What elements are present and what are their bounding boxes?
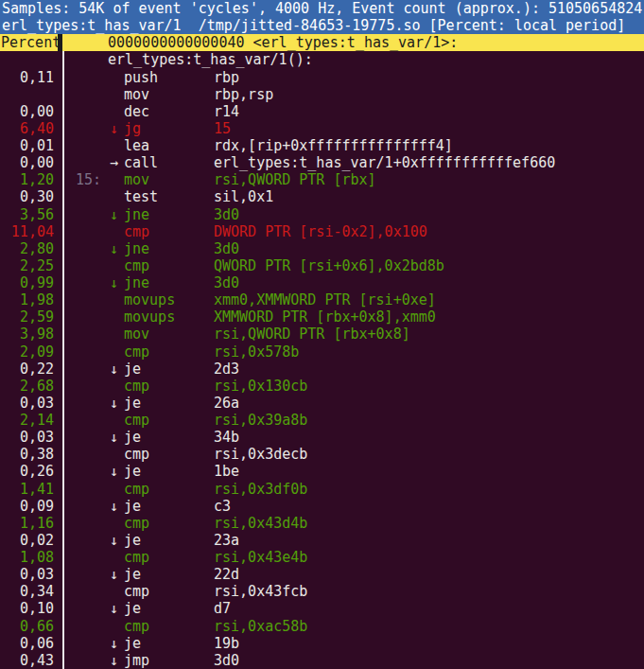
instruction-mnemonic: cmp bbox=[124, 223, 149, 240]
percent-value: 0,03 bbox=[0, 429, 54, 446]
instruction-mnemonic: je bbox=[124, 429, 141, 446]
asm-row[interactable]: 0,43 ↓ jmp 3d0 bbox=[0, 652, 644, 669]
percent-value: 11,04 bbox=[0, 223, 54, 240]
instruction-mnemonic: jg bbox=[124, 120, 141, 137]
asm-row[interactable]: 2,80 ↓ jne 3d0 bbox=[0, 240, 644, 257]
branch-arrow-icon: → bbox=[110, 154, 118, 171]
instruction-operands: sil,0x1 bbox=[214, 188, 273, 205]
asm-row[interactable]: 2,25 cmp QWORD PTR [rsi+0x6],0x2bd8b bbox=[0, 257, 644, 274]
instruction-mnemonic: je bbox=[124, 600, 141, 617]
selected-row[interactable]: Percent 0000000000000040 <erl_types:t_ha… bbox=[0, 34, 644, 51]
asm-row[interactable]: 0,00 → call erl_types:t_has_var/1+0xffff… bbox=[0, 154, 644, 171]
column-separator bbox=[62, 343, 64, 361]
asm-row[interactable]: 0,03 ↓ je 26a bbox=[0, 395, 644, 412]
asm-row[interactable]: 0,00 dec r14 bbox=[0, 103, 644, 120]
asm-row[interactable]: erl_types:t_has_var/1(): bbox=[0, 51, 644, 68]
column-separator bbox=[62, 326, 64, 343]
branch-arrow-icon: ↓ bbox=[110, 652, 118, 669]
instruction-operands: xmm0,XMMWORD PTR [rsi+0xe] bbox=[214, 291, 436, 308]
column-separator bbox=[62, 291, 64, 308]
asm-row[interactable]: 1,98 movups xmm0,XMMWORD PTR [rsi+0xe] bbox=[0, 291, 644, 308]
instruction-mnemonic: lea bbox=[124, 137, 149, 154]
column-separator bbox=[62, 446, 64, 463]
column-separator bbox=[62, 274, 64, 291]
column-separator bbox=[62, 257, 64, 274]
percent-value: 0,00 bbox=[0, 154, 54, 171]
column-separator bbox=[62, 308, 64, 326]
asm-row[interactable]: 1,41 cmp rsi,0x3df0b bbox=[0, 481, 644, 498]
instruction-operands: 15 bbox=[214, 120, 231, 137]
branch-arrow-icon: ↓ bbox=[110, 274, 118, 291]
asm-row[interactable]: 0,03 ↓ je 22d bbox=[0, 566, 644, 583]
function-address-line: 0000000000000040 <erl_types:t_has_var/1>… bbox=[108, 34, 458, 51]
instruction-operands: rbp bbox=[214, 69, 239, 86]
percent-value: 2,14 bbox=[0, 412, 54, 429]
percent-value: 0,03 bbox=[0, 566, 54, 583]
asm-row[interactable]: 0,11 push rbp bbox=[0, 69, 644, 86]
column-separator bbox=[62, 515, 64, 532]
percent-value: 1,08 bbox=[0, 549, 54, 566]
percent-value: 0,11 bbox=[0, 69, 54, 86]
asm-row[interactable]: 2,09 cmp rsi,0x578b bbox=[0, 343, 644, 361]
asm-row[interactable]: 11,04 cmp DWORD PTR [rsi-0x2],0x100 bbox=[0, 223, 644, 240]
instruction-operands: 3d0 bbox=[214, 652, 239, 669]
instruction-mnemonic: cmp bbox=[124, 618, 149, 635]
column-separator bbox=[62, 223, 64, 240]
instruction-mnemonic: push bbox=[124, 69, 158, 86]
asm-row[interactable]: 0,99 ↓ jne 3d0 bbox=[0, 274, 644, 291]
asm-row[interactable]: 2,68 cmp rsi,0x130cb bbox=[0, 378, 644, 395]
asm-row[interactable]: 0,34 cmp rsi,0x43fcb bbox=[0, 583, 644, 600]
instruction-operands: DWORD PTR [rsi-0x2],0x100 bbox=[214, 223, 427, 240]
instruction-operands: rsi,0x43fcb bbox=[214, 583, 307, 600]
asm-row[interactable]: 0,03 ↓ je 34b bbox=[0, 429, 644, 446]
percent-value: 0,10 bbox=[0, 600, 54, 617]
instruction-mnemonic: je bbox=[124, 395, 141, 412]
asm-row[interactable]: 0,22 ↓ je 2d3 bbox=[0, 361, 644, 378]
percent-value: 0,00 bbox=[0, 103, 54, 120]
column-separator bbox=[62, 429, 64, 446]
asm-row[interactable]: 0,66 cmp rsi,0xac58b bbox=[0, 618, 644, 635]
instruction-mnemonic: cmp bbox=[124, 257, 149, 274]
asm-row[interactable]: 0,06 ↓ je 19b bbox=[0, 635, 644, 652]
asm-row[interactable]: 3,98 mov rsi,QWORD PTR [rbx+0x8] bbox=[0, 326, 644, 343]
instruction-operands: rsi,0x43e4b bbox=[214, 549, 307, 566]
asm-row[interactable]: mov rbp,rsp bbox=[0, 86, 644, 103]
instruction-operands: 1be bbox=[214, 463, 239, 480]
instruction-mnemonic: mov bbox=[124, 171, 149, 188]
asm-row[interactable]: 1,16 cmp rsi,0x43d4b bbox=[0, 515, 644, 532]
instruction-operands: 23a bbox=[214, 532, 239, 549]
instruction-mnemonic: cmp bbox=[124, 378, 149, 395]
instruction-operands: rsi,0x43d4b bbox=[214, 515, 307, 532]
asm-row[interactable]: 1,20 15: mov rsi,QWORD PTR [rbx] bbox=[0, 171, 644, 188]
percent-value: 3,56 bbox=[0, 206, 54, 223]
asm-row[interactable]: 0,26 ↓ je 1be bbox=[0, 463, 644, 480]
percent-value: 0,09 bbox=[0, 498, 54, 515]
asm-row[interactable]: 1,08 cmp rsi,0x43e4b bbox=[0, 549, 644, 566]
asm-row[interactable]: 6,40 ↓ jg 15 bbox=[0, 120, 644, 137]
asm-row[interactable]: 2,14 cmp rsi,0x39a8b bbox=[0, 412, 644, 429]
asm-row[interactable]: 0,09 ↓ je c3 bbox=[0, 498, 644, 515]
column-separator bbox=[62, 635, 64, 652]
asm-row[interactable]: 0,10 ↓ je d7 bbox=[0, 600, 644, 617]
column-separator bbox=[62, 600, 64, 617]
percent-value: 3,98 bbox=[0, 326, 54, 343]
column-separator bbox=[62, 481, 64, 498]
asm-row[interactable]: 0,38 cmp rsi,0x3decb bbox=[0, 446, 644, 463]
asm-row[interactable]: 0,30 test sil,0x1 bbox=[0, 188, 644, 205]
asm-row[interactable]: 2,59 movups XMMWORD PTR [rbx+0x8],xmm0 bbox=[0, 308, 644, 326]
instruction-operands: QWORD PTR [rsi+0x6],0x2bd8b bbox=[214, 257, 444, 274]
percent-value: 0,22 bbox=[0, 361, 54, 378]
column-separator bbox=[62, 361, 64, 378]
branch-arrow-icon: ↓ bbox=[110, 463, 118, 480]
column-separator bbox=[62, 51, 64, 68]
instruction-operands: 2d3 bbox=[214, 361, 239, 378]
percent-value: 2,68 bbox=[0, 378, 54, 395]
column-separator bbox=[62, 86, 64, 103]
asm-row[interactable]: 3,56 ↓ jne 3d0 bbox=[0, 206, 644, 223]
percent-value: 0,99 bbox=[0, 274, 54, 291]
instruction-mnemonic: je bbox=[124, 566, 141, 583]
column-separator bbox=[62, 566, 64, 583]
column-separator bbox=[62, 583, 64, 600]
asm-row[interactable]: 0,02 ↓ je 23a bbox=[0, 532, 644, 549]
asm-row[interactable]: 0,01 lea rdx,[rip+0xfffffffffffffff4] bbox=[0, 137, 644, 154]
